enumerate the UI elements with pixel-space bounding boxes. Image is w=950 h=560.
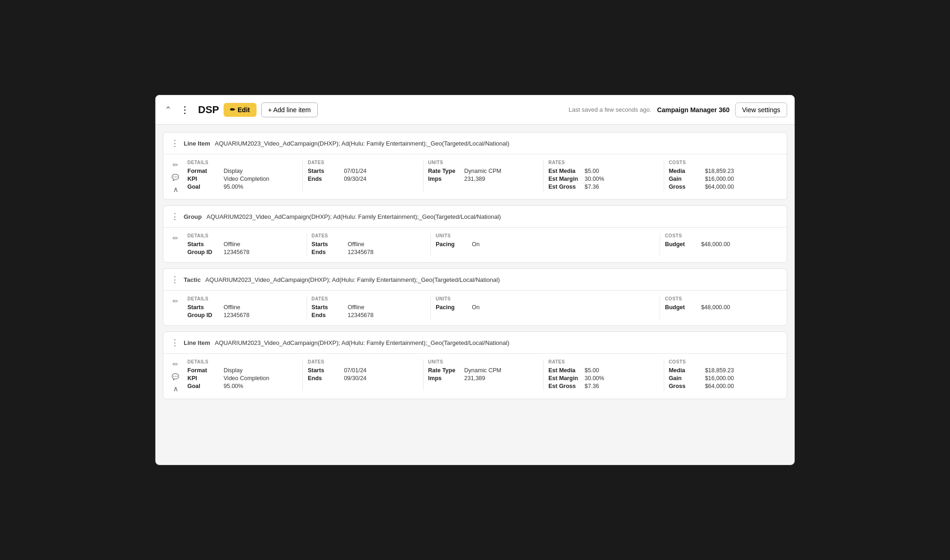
details-key-1-0: KPI <box>187 176 220 182</box>
toolbar-left: ⌃ ⋮ DSP ✏ Edit + Add line item <box>163 102 564 117</box>
units-val-1-3: 231,389 <box>464 375 485 382</box>
edit-icon-3[interactable] <box>171 360 180 369</box>
details-val-1-2: 12345678 <box>224 312 250 318</box>
comment-icon-3[interactable] <box>171 373 180 380</box>
edit-pencil-icon: ✏ <box>230 106 235 113</box>
item-type-3: Line Item <box>184 339 210 346</box>
costs-row-2-0: Gross$64,000.00 <box>669 184 770 190</box>
main-window: ⌃ ⋮ DSP ✏ Edit + Add line item Last save… <box>155 95 795 465</box>
units-row-0-0: Rate TypeDynamic CPM <box>428 168 529 174</box>
dates-key-1-3: Ends <box>308 375 340 382</box>
details-val-2-0: 95.00% <box>224 184 243 190</box>
edit-icon-0[interactable] <box>171 161 180 169</box>
costs-key-1-0: Gain <box>669 176 701 182</box>
costs-row-0-2: Budget$48,000.00 <box>665 304 770 311</box>
details-row-1-0: KPIVideo Completion <box>187 176 289 182</box>
units-3: UNITSRate TypeDynamic CPMImps231,389 <box>428 359 539 391</box>
details-val-0-3: Display <box>224 367 243 374</box>
drag-handle-2[interactable]: ⋮ <box>171 274 179 285</box>
card-3: ⋮ Line Item AQUARIUM2023_Video_AdCampaig… <box>163 331 787 399</box>
costs-val-0-2: $48,000.00 <box>701 304 730 311</box>
details-key-0-1: Starts <box>187 241 220 248</box>
rates-key-1-3: Est Margin <box>548 375 581 382</box>
rates-label-0: RATES <box>548 160 649 165</box>
rates-val-2-0: $7.36 <box>584 184 599 190</box>
details-key-2-0: Goal <box>187 184 220 190</box>
collapse-icon-3[interactable] <box>171 385 180 393</box>
drag-handle-3[interactable]: ⋮ <box>171 337 179 348</box>
chevron-up-icon: ⌃ <box>165 105 172 115</box>
costs-3: COSTSMedia$18,859.23Gain$16,000.00Gross$… <box>669 359 779 391</box>
units-row-0-1: PacingOn <box>436 241 541 248</box>
details-row-1-3: KPIVideo Completion <box>187 375 289 382</box>
card-2: ⋮ Tactic AQUARIUM2023_Video_AdCampaign(D… <box>163 268 787 326</box>
item-type-1: Group <box>184 213 202 220</box>
costs-val-2-3: $64,000.00 <box>705 383 734 389</box>
dates-row-0-1: StartsOffline <box>312 241 417 248</box>
details-0: DETAILSFormatDisplayKPIVideo CompletionG… <box>187 160 298 191</box>
units-key-0-0: Rate Type <box>428 168 461 174</box>
rates-val-0-3: $5.00 <box>584 367 599 374</box>
units-key-0-3: Rate Type <box>428 367 461 374</box>
rates-row-2-0: Est Gross$7.36 <box>548 184 649 190</box>
rates-val-1-0: 30.00% <box>584 176 604 182</box>
dates-val-0-0: 07/01/24 <box>344 168 366 174</box>
view-settings-button[interactable]: View settings <box>735 102 787 117</box>
drag-handle-0[interactable]: ⋮ <box>171 138 179 148</box>
card-data-2: DETAILSStartsOfflineGroup ID12345678DATE… <box>187 296 779 320</box>
details-row-1-2: Group ID12345678 <box>187 312 293 318</box>
units-row-0-3: Rate TypeDynamic CPM <box>428 367 529 374</box>
edit-icon-2[interactable] <box>171 297 180 305</box>
dates-row-1-2: Ends12345678 <box>312 312 417 318</box>
add-line-item-button[interactable]: + Add line item <box>261 102 318 117</box>
dates-label-3: DATES <box>308 359 409 364</box>
details-row-1-1: Group ID12345678 <box>187 249 293 255</box>
costs-2: COSTSBudget$48,000.00 <box>665 296 779 320</box>
dates-1: DATESStartsOfflineEnds12345678 <box>312 233 426 257</box>
collapse-icon-0[interactable] <box>171 185 180 194</box>
card-actions-1 <box>171 233 180 242</box>
card-data-3: DETAILSFormatDisplayKPIVideo CompletionG… <box>187 359 779 391</box>
dates-val-0-2: Offline <box>348 304 365 311</box>
card-body-1: DETAILSStartsOfflineGroup ID12345678DATE… <box>163 228 787 262</box>
edit-icon-1[interactable] <box>171 234 180 242</box>
details-label-2: DETAILS <box>187 296 293 301</box>
units-key-1-3: Imps <box>428 375 461 382</box>
divider-1-0 <box>302 160 303 191</box>
collapse-button[interactable]: ⌃ <box>163 103 173 117</box>
cm360-link[interactable]: Campaign Manager 360 <box>657 106 729 114</box>
units-val-1-0: 231,389 <box>464 176 485 182</box>
costs-row-0-0: Media$18,859.23 <box>669 168 770 174</box>
costs-val-1-0: $16,000.00 <box>705 176 734 182</box>
divider-4-2 <box>660 296 660 320</box>
dates-key-1-0: Ends <box>308 176 340 182</box>
units-row-1-3: Imps231,389 <box>428 375 529 382</box>
edit-button[interactable]: ✏ Edit <box>224 103 256 117</box>
details-key-0-2: Starts <box>187 304 220 311</box>
comment-icon-0[interactable] <box>171 174 180 181</box>
card-data-1: DETAILSStartsOfflineGroup ID12345678DATE… <box>187 233 779 257</box>
rates-key-1-0: Est Margin <box>548 176 581 182</box>
card-data-0: DETAILSFormatDisplayKPIVideo CompletionG… <box>187 160 779 191</box>
costs-key-0-3: Media <box>669 367 701 374</box>
more-options-button[interactable]: ⋮ <box>178 102 192 117</box>
divider-4-1 <box>660 233 660 257</box>
rates-row-2-3: Est Gross$7.36 <box>548 383 649 389</box>
card-actions-2 <box>171 296 180 305</box>
details-2: DETAILSStartsOfflineGroup ID12345678 <box>187 296 302 320</box>
drag-handle-1[interactable]: ⋮ <box>171 211 179 222</box>
divider-3-0 <box>543 160 544 191</box>
item-name-3: AQUARIUM2023_Video_AdCampaign(DHXP); Ad(… <box>215 339 509 346</box>
costs-key-2-0: Gross <box>669 184 701 190</box>
card-header-3: ⋮ Line Item AQUARIUM2023_Video_AdCampaig… <box>163 332 787 354</box>
details-val-0-1: Offline <box>224 241 240 248</box>
rates-val-1-3: 30.00% <box>584 375 604 382</box>
rates-key-0-0: Est Media <box>548 168 581 174</box>
card-actions-0 <box>171 160 180 194</box>
costs-val-2-0: $64,000.00 <box>705 184 734 190</box>
rates-row-1-3: Est Margin30.00% <box>548 375 649 382</box>
details-row-2-0: Goal95.00% <box>187 184 289 190</box>
details-row-2-3: Goal95.00% <box>187 383 289 389</box>
dates-label-1: DATES <box>312 233 417 238</box>
costs-row-0-3: Media$18,859.23 <box>669 367 770 374</box>
